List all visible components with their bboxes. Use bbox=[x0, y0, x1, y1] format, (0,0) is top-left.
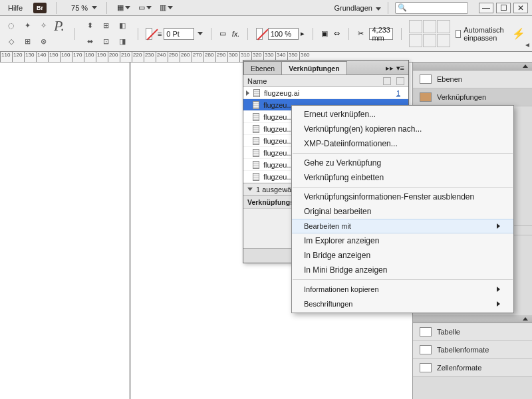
tab-verknuepfungen[interactable]: Verknüpfungen bbox=[281, 61, 346, 74]
chevron-right-icon: ▸ bbox=[301, 29, 305, 38]
stroke-weight-field[interactable]: ≡ 0 Pt bbox=[158, 28, 203, 40]
panel-menu-icon[interactable]: ▾≡ bbox=[396, 64, 404, 72]
crop-icon[interactable]: ✂ bbox=[357, 28, 364, 40]
menu-captions[interactable]: Beschriftungen bbox=[292, 297, 513, 311]
search-input[interactable]: 🔍 bbox=[395, 2, 468, 14]
no-stroke-icon[interactable] bbox=[146, 28, 152, 40]
triangle-down-icon[interactable] bbox=[247, 188, 253, 191]
menu-show-in-minibridge[interactable]: In Mini Bridge anzeigen bbox=[292, 263, 513, 277]
fit-button[interactable] bbox=[423, 34, 436, 47]
menu-edit-original[interactable]: Original bearbeiten bbox=[292, 204, 513, 219]
ruler-tick: 110 bbox=[0, 52, 12, 63]
tool-icon[interactable]: ⊞ bbox=[99, 19, 114, 33]
link-thumbnail-icon bbox=[253, 149, 259, 157]
panel-tabelle[interactable]: Tabelle bbox=[413, 323, 532, 341]
warning-column-icon[interactable] bbox=[383, 77, 391, 85]
quick-apply-icon[interactable]: ⚡ bbox=[512, 27, 528, 40]
panel-label: Tabellenformate bbox=[437, 346, 489, 354]
close-button[interactable]: ✕ bbox=[513, 3, 528, 13]
ruler-tick: 260 bbox=[180, 52, 192, 63]
tool-icon[interactable]: ⬌ bbox=[83, 35, 98, 49]
tool-icon[interactable]: ◇ bbox=[4, 35, 19, 49]
bridge-badge[interactable]: Br bbox=[33, 3, 47, 13]
frame-fit-button[interactable]: ▣ bbox=[321, 28, 328, 40]
minimize-button[interactable]: — bbox=[479, 3, 493, 13]
tool-icon[interactable]: ✧ bbox=[36, 19, 51, 33]
frame-fit-button[interactable]: ⇔ bbox=[333, 28, 340, 40]
tool-icon[interactable]: ◌ bbox=[4, 19, 19, 33]
ruler-tick: 240 bbox=[156, 52, 168, 63]
fit-button[interactable] bbox=[437, 34, 450, 47]
fx-button[interactable]: ▭ bbox=[219, 28, 227, 40]
ruler-tick: 210 bbox=[120, 52, 132, 63]
menu-show-in-bridge[interactable]: In Bridge anzeigen bbox=[292, 248, 513, 263]
ruler-tick: 250 bbox=[168, 52, 180, 63]
menu-show-in-explorer[interactable]: Im Explorer anzeigen bbox=[292, 233, 513, 248]
arrange-button[interactable]: ▥ bbox=[159, 2, 174, 14]
menu-hilfe[interactable]: Hilfe bbox=[4, 3, 27, 13]
menu-edit-with[interactable]: Bearbeiten mit bbox=[292, 219, 513, 233]
ruler-tick: 130 bbox=[24, 52, 36, 63]
tool-icon[interactable]: ⊡ bbox=[99, 35, 114, 49]
expand-icon[interactable]: ◂ bbox=[525, 40, 529, 49]
ruler-tick: 300 bbox=[227, 52, 239, 63]
menu-label: Informationen kopieren bbox=[304, 285, 379, 293]
ruler-tick: 160 bbox=[60, 52, 72, 63]
tool-icon[interactable]: ◨ bbox=[115, 35, 130, 49]
autofit-checkbox[interactable]: Automatisch einpassen bbox=[456, 26, 507, 42]
menu-goto-link[interactable]: Gehe zu Verknüpfung bbox=[292, 156, 513, 170]
link-filename: flugzeu... bbox=[263, 173, 293, 181]
fit-button[interactable] bbox=[409, 34, 422, 47]
zoom-dropdown[interactable]: 75 % bbox=[71, 4, 97, 12]
no-fill-icon[interactable] bbox=[256, 28, 263, 40]
links-panel-tabs: Ebenen Verknüpfungen ▸▸▾≡ bbox=[243, 61, 408, 75]
link-filename: flugzeu... bbox=[263, 161, 293, 169]
panel-collapse-bar[interactable] bbox=[413, 63, 532, 70]
panel-label: Tabelle bbox=[437, 328, 460, 336]
tool-icon[interactable]: ⊗ bbox=[36, 35, 51, 49]
paragraph-icon[interactable]: P. bbox=[52, 19, 66, 33]
menu-hide-link-info[interactable]: Verknüpfungsinformationen-Fenster ausble… bbox=[292, 190, 513, 204]
screen-mode-button[interactable]: ▭ bbox=[138, 2, 152, 14]
separator bbox=[106, 2, 107, 14]
menu-xmp-info[interactable]: XMP-Dateiinformationen... bbox=[292, 136, 513, 151]
link-filename: flugzeug.ai bbox=[264, 89, 299, 97]
opacity-field[interactable]: 100 % ▸ bbox=[268, 28, 305, 40]
menu-embed-link[interactable]: Verknüpfung einbetten bbox=[292, 170, 513, 185]
menu-separator bbox=[293, 279, 513, 280]
panel-verknuepfungen[interactable]: Verknüpfungen bbox=[413, 88, 532, 106]
menu-copy-info[interactable]: Informationen kopieren bbox=[292, 282, 513, 297]
chevron-down-icon bbox=[92, 6, 97, 9]
fit-button[interactable] bbox=[423, 20, 436, 33]
tool-icon[interactable]: ✦ bbox=[20, 19, 35, 33]
menu-relink[interactable]: Erneut verknüpfen... bbox=[292, 107, 513, 122]
panel-tabellenformate[interactable]: Tabellenformate bbox=[413, 341, 532, 359]
maximize-button[interactable]: ☐ bbox=[496, 3, 511, 13]
tab-ebenen[interactable]: Ebenen bbox=[243, 61, 282, 74]
tool-icon[interactable]: ◧ bbox=[115, 19, 130, 33]
mm-field[interactable]: 4,233 mm bbox=[369, 28, 393, 40]
page-column-icon[interactable] bbox=[396, 77, 404, 85]
ruler-tick: 280 bbox=[203, 52, 215, 63]
panel-zellenformate[interactable]: Zellenformate bbox=[413, 359, 532, 377]
fx-button[interactable]: fx. bbox=[232, 28, 240, 40]
panel-ebenen[interactable]: Ebenen bbox=[413, 70, 532, 88]
separator bbox=[401, 28, 402, 40]
table-styles-icon bbox=[420, 345, 432, 354]
tool-icon[interactable]: ⊞ bbox=[20, 35, 35, 49]
column-name[interactable]: Name bbox=[247, 77, 267, 85]
ruler-tick: 190 bbox=[96, 52, 108, 63]
link-row[interactable]: flugzeug.ai1 bbox=[243, 87, 408, 99]
fit-button[interactable] bbox=[437, 20, 450, 33]
cell-styles-icon bbox=[420, 363, 432, 372]
panel-collapse-icon[interactable]: ▸▸ bbox=[386, 64, 394, 72]
view-options-button[interactable]: ▦ bbox=[116, 2, 131, 14]
tool-icon[interactable]: ⬍ bbox=[83, 19, 98, 33]
workspace-switcher[interactable]: Grundlagen bbox=[334, 4, 381, 12]
fit-button[interactable] bbox=[409, 20, 422, 33]
menu-copy-links-to[interactable]: Verknüpfung(en) kopieren nach... bbox=[292, 122, 513, 136]
expand-triangle-icon[interactable] bbox=[246, 90, 249, 96]
tool-icon[interactable] bbox=[52, 35, 66, 49]
link-page-number[interactable]: 1 bbox=[396, 89, 406, 97]
panel-collapse-bar[interactable] bbox=[413, 315, 532, 323]
